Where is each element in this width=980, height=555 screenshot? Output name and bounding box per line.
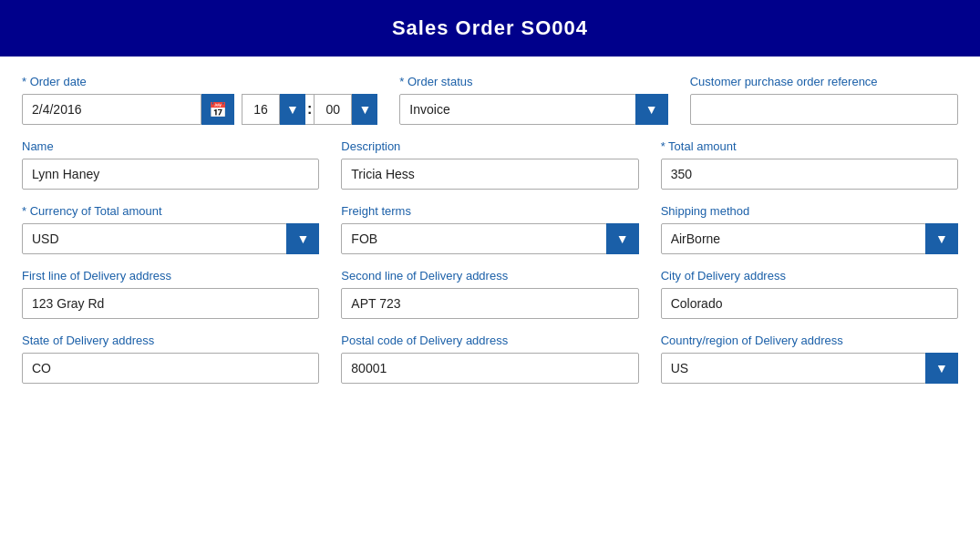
- form-row-2: Name Description Total amount: [22, 139, 958, 190]
- currency-group: Currency of Total amount ▼: [22, 204, 319, 254]
- name-label: Name: [22, 139, 319, 153]
- order-date-group: Order date 📅 ▼ : ▼: [22, 75, 377, 125]
- form-row-4: First line of Delivery address Second li…: [22, 269, 958, 319]
- customer-po-ref-group: Customer purchase order reference: [690, 75, 958, 125]
- delivery-country-wrapper: ▼: [661, 353, 958, 384]
- total-amount-label: Total amount: [661, 139, 958, 153]
- delivery-country-group: Country/region of Delivery address ▼: [661, 334, 958, 384]
- name-input[interactable]: [22, 159, 319, 190]
- order-date-label: Order date: [22, 75, 377, 88]
- delivery-state-group: State of Delivery address: [22, 334, 319, 384]
- delivery-postal-label: Postal code of Delivery address: [341, 334, 638, 347]
- delivery-country-dropdown-button[interactable]: ▼: [925, 353, 958, 384]
- delivery-line1-group: First line of Delivery address: [22, 269, 319, 319]
- order-status-dropdown-button[interactable]: ▼: [635, 94, 668, 125]
- time-group: ▼ : ▼: [242, 94, 377, 125]
- hour-input[interactable]: [242, 94, 280, 125]
- order-date-input[interactable]: [22, 94, 201, 125]
- description-group: Description: [341, 139, 638, 190]
- freight-terms-label: Freight terms: [341, 204, 638, 218]
- delivery-country-input[interactable]: [661, 353, 926, 384]
- delivery-line2-input[interactable]: [341, 288, 638, 319]
- form-row-5: State of Delivery address Postal code of…: [22, 334, 958, 384]
- freight-terms-dropdown-button[interactable]: ▼: [606, 223, 639, 254]
- shipping-method-label: Shipping method: [661, 204, 958, 218]
- minute-input[interactable]: [314, 94, 352, 125]
- currency-input[interactable]: [22, 223, 287, 254]
- total-amount-group: Total amount: [661, 139, 958, 190]
- order-status-wrapper: ▼: [399, 94, 667, 125]
- delivery-country-label: Country/region of Delivery address: [661, 334, 958, 347]
- delivery-line1-input[interactable]: [22, 288, 319, 319]
- name-group: Name: [22, 139, 319, 190]
- sales-order-page: Sales Order SO004 Order date 📅 ▼ : ▼: [0, 0, 980, 555]
- order-status-input[interactable]: [399, 94, 635, 125]
- page-header: Sales Order SO004: [0, 0, 980, 57]
- freight-terms-wrapper: ▼: [341, 223, 638, 254]
- shipping-method-group: Shipping method ▼: [661, 204, 958, 254]
- order-status-label: Order status: [399, 75, 667, 88]
- description-input[interactable]: [341, 159, 638, 190]
- form-row-3: Currency of Total amount ▼ Freight terms…: [22, 204, 958, 254]
- shipping-method-wrapper: ▼: [661, 223, 958, 254]
- form-body: Order date 📅 ▼ : ▼ Order status: [0, 57, 980, 416]
- customer-po-ref-label: Customer purchase order reference: [690, 75, 958, 88]
- delivery-line2-label: Second line of Delivery address: [341, 269, 638, 283]
- order-status-group: Order status ▼: [399, 75, 667, 125]
- hour-spin-button[interactable]: ▼: [280, 94, 305, 125]
- currency-wrapper: ▼: [22, 223, 319, 254]
- page-title: Sales Order SO004: [392, 16, 588, 39]
- form-row-1: Order date 📅 ▼ : ▼ Order status: [22, 75, 958, 125]
- currency-dropdown-button[interactable]: ▼: [286, 223, 319, 254]
- order-date-controls: 📅 ▼ : ▼: [22, 94, 377, 125]
- currency-label: Currency of Total amount: [22, 204, 319, 218]
- delivery-line1-label: First line of Delivery address: [22, 269, 319, 283]
- delivery-state-input[interactable]: [22, 353, 319, 384]
- total-amount-input[interactable]: [661, 159, 958, 190]
- time-separator: :: [305, 94, 314, 125]
- shipping-method-input[interactable]: [661, 223, 926, 254]
- delivery-state-label: State of Delivery address: [22, 334, 319, 347]
- shipping-method-dropdown-button[interactable]: ▼: [925, 223, 958, 254]
- delivery-postal-input[interactable]: [341, 353, 638, 384]
- calendar-button[interactable]: 📅: [201, 94, 234, 125]
- delivery-postal-group: Postal code of Delivery address: [341, 334, 638, 384]
- customer-po-ref-input[interactable]: [690, 94, 958, 125]
- delivery-city-group: City of Delivery address: [661, 269, 958, 319]
- minute-spin-button[interactable]: ▼: [352, 94, 377, 125]
- delivery-city-label: City of Delivery address: [661, 269, 958, 283]
- delivery-line2-group: Second line of Delivery address: [341, 269, 638, 319]
- freight-terms-group: Freight terms ▼: [341, 204, 638, 254]
- description-label: Description: [341, 139, 638, 153]
- freight-terms-input[interactable]: [341, 223, 606, 254]
- delivery-city-input[interactable]: [661, 288, 958, 319]
